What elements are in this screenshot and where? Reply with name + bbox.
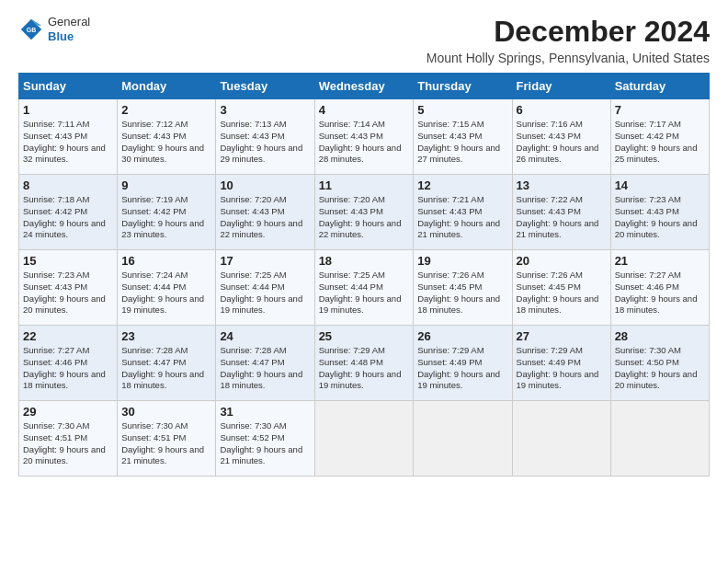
weekday-header: Sunday xyxy=(19,74,118,99)
day-detail: Sunrise: 7:30 AM Sunset: 4:51 PM Dayligh… xyxy=(23,420,113,467)
day-number: 22 xyxy=(23,329,113,343)
calendar-day-cell: 5 Sunrise: 7:15 AM Sunset: 4:43 PM Dayli… xyxy=(414,99,512,175)
day-detail: Sunrise: 7:22 AM Sunset: 4:43 PM Dayligh… xyxy=(517,194,607,241)
day-number: 15 xyxy=(23,254,113,268)
calendar-day-cell: 28 Sunrise: 7:30 AM Sunset: 4:50 PM Dayl… xyxy=(610,326,709,401)
calendar-day-cell: 19 Sunrise: 7:26 AM Sunset: 4:45 PM Dayl… xyxy=(414,250,512,326)
day-number: 25 xyxy=(319,329,410,343)
day-detail: Sunrise: 7:26 AM Sunset: 4:45 PM Dayligh… xyxy=(517,270,607,316)
weekday-header: Friday xyxy=(512,74,610,99)
calendar-day-cell: 2 Sunrise: 7:12 AM Sunset: 4:43 PM Dayli… xyxy=(118,99,216,175)
day-detail: Sunrise: 7:28 AM Sunset: 4:47 PM Dayligh… xyxy=(220,345,310,392)
calendar-day-cell: 8 Sunrise: 7:18 AM Sunset: 4:42 PM Dayli… xyxy=(19,175,118,250)
day-detail: Sunrise: 7:20 AM Sunset: 4:43 PM Dayligh… xyxy=(319,194,410,241)
day-detail: Sunrise: 7:30 AM Sunset: 4:51 PM Dayligh… xyxy=(121,420,211,467)
calendar-day-cell: 18 Sunrise: 7:25 AM Sunset: 4:44 PM Dayl… xyxy=(314,250,414,326)
calendar-day-cell: 16 Sunrise: 7:24 AM Sunset: 4:44 PM Dayl… xyxy=(118,250,216,326)
calendar-day-cell: 6 Sunrise: 7:16 AM Sunset: 4:43 PM Dayli… xyxy=(512,99,610,175)
calendar-day-cell: 13 Sunrise: 7:22 AM Sunset: 4:43 PM Dayl… xyxy=(512,175,610,250)
day-number: 27 xyxy=(517,329,607,343)
calendar-day-cell: 30 Sunrise: 7:30 AM Sunset: 4:51 PM Dayl… xyxy=(118,401,216,477)
calendar-day-cell: 12 Sunrise: 7:21 AM Sunset: 4:43 PM Dayl… xyxy=(414,175,512,250)
calendar-header-row: SundayMondayTuesdayWednesdayThursdayFrid… xyxy=(19,74,710,99)
calendar-day-cell: 11 Sunrise: 7:20 AM Sunset: 4:43 PM Dayl… xyxy=(314,175,414,250)
weekday-header: Monday xyxy=(118,74,216,99)
calendar-day-cell: 25 Sunrise: 7:29 AM Sunset: 4:48 PM Dayl… xyxy=(314,326,414,401)
calendar-week-row: 8 Sunrise: 7:18 AM Sunset: 4:42 PM Dayli… xyxy=(19,175,710,250)
day-number: 1 xyxy=(23,103,113,117)
logo-general-text: General xyxy=(48,15,90,29)
day-detail: Sunrise: 7:25 AM Sunset: 4:44 PM Dayligh… xyxy=(220,270,310,316)
subtitle: Mount Holly Springs, Pennsylvania, Unite… xyxy=(427,51,710,65)
calendar-day-cell: 15 Sunrise: 7:23 AM Sunset: 4:43 PM Dayl… xyxy=(19,250,118,326)
main-title: December 2024 xyxy=(427,15,710,49)
day-detail: Sunrise: 7:23 AM Sunset: 4:43 PM Dayligh… xyxy=(615,194,705,241)
day-number: 8 xyxy=(23,178,113,192)
day-number: 6 xyxy=(517,103,607,117)
day-detail: Sunrise: 7:20 AM Sunset: 4:43 PM Dayligh… xyxy=(220,194,310,241)
calendar-table: SundayMondayTuesdayWednesdayThursdayFrid… xyxy=(18,73,710,477)
calendar-day-cell: 9 Sunrise: 7:19 AM Sunset: 4:42 PM Dayli… xyxy=(118,175,216,250)
day-number: 2 xyxy=(121,103,211,117)
day-number: 12 xyxy=(417,178,507,192)
calendar-day-cell: 17 Sunrise: 7:25 AM Sunset: 4:44 PM Dayl… xyxy=(216,250,314,326)
day-number: 23 xyxy=(121,329,211,343)
calendar-week-row: 29 Sunrise: 7:30 AM Sunset: 4:51 PM Dayl… xyxy=(19,401,710,477)
day-detail: Sunrise: 7:28 AM Sunset: 4:47 PM Dayligh… xyxy=(121,345,211,392)
day-detail: Sunrise: 7:30 AM Sunset: 4:52 PM Dayligh… xyxy=(220,420,310,467)
calendar-week-row: 22 Sunrise: 7:27 AM Sunset: 4:46 PM Dayl… xyxy=(19,326,710,401)
calendar-day-cell: 14 Sunrise: 7:23 AM Sunset: 4:43 PM Dayl… xyxy=(610,175,709,250)
weekday-header: Thursday xyxy=(414,74,512,99)
day-number: 3 xyxy=(220,103,310,117)
weekday-header: Tuesday xyxy=(216,74,314,99)
day-number: 17 xyxy=(220,254,310,268)
day-detail: Sunrise: 7:27 AM Sunset: 4:46 PM Dayligh… xyxy=(23,345,113,392)
calendar-day-cell: 7 Sunrise: 7:17 AM Sunset: 4:42 PM Dayli… xyxy=(610,99,709,175)
calendar-day-cell: 21 Sunrise: 7:27 AM Sunset: 4:46 PM Dayl… xyxy=(610,250,709,326)
calendar-day-cell xyxy=(512,401,610,477)
calendar-week-row: 1 Sunrise: 7:11 AM Sunset: 4:43 PM Dayli… xyxy=(19,99,710,175)
calendar-day-cell: 24 Sunrise: 7:28 AM Sunset: 4:47 PM Dayl… xyxy=(216,326,314,401)
day-number: 16 xyxy=(121,254,211,268)
calendar-day-cell: 29 Sunrise: 7:30 AM Sunset: 4:51 PM Dayl… xyxy=(19,401,118,477)
day-detail: Sunrise: 7:29 AM Sunset: 4:48 PM Dayligh… xyxy=(319,345,410,392)
day-number: 21 xyxy=(615,254,705,268)
day-number: 4 xyxy=(319,103,410,117)
day-number: 14 xyxy=(615,178,705,192)
calendar-week-row: 15 Sunrise: 7:23 AM Sunset: 4:43 PM Dayl… xyxy=(19,250,710,326)
day-detail: Sunrise: 7:14 AM Sunset: 4:43 PM Dayligh… xyxy=(319,119,410,166)
day-number: 5 xyxy=(417,103,507,117)
day-number: 30 xyxy=(121,405,211,419)
day-number: 10 xyxy=(220,178,310,192)
calendar-day-cell: 3 Sunrise: 7:13 AM Sunset: 4:43 PM Dayli… xyxy=(216,99,314,175)
day-number: 18 xyxy=(319,254,410,268)
day-detail: Sunrise: 7:29 AM Sunset: 4:49 PM Dayligh… xyxy=(517,345,607,392)
calendar-day-cell: 10 Sunrise: 7:20 AM Sunset: 4:43 PM Dayl… xyxy=(216,175,314,250)
calendar-day-cell: 4 Sunrise: 7:14 AM Sunset: 4:43 PM Dayli… xyxy=(314,99,414,175)
day-detail: Sunrise: 7:16 AM Sunset: 4:43 PM Dayligh… xyxy=(517,119,607,166)
day-detail: Sunrise: 7:17 AM Sunset: 4:42 PM Dayligh… xyxy=(615,119,705,166)
day-number: 9 xyxy=(121,178,211,192)
day-detail: Sunrise: 7:19 AM Sunset: 4:42 PM Dayligh… xyxy=(121,194,211,241)
day-number: 13 xyxy=(517,178,607,192)
day-detail: Sunrise: 7:29 AM Sunset: 4:49 PM Dayligh… xyxy=(417,345,507,392)
day-detail: Sunrise: 7:30 AM Sunset: 4:50 PM Dayligh… xyxy=(615,345,705,392)
calendar-day-cell: 26 Sunrise: 7:29 AM Sunset: 4:49 PM Dayl… xyxy=(414,326,512,401)
day-number: 29 xyxy=(23,405,113,419)
svg-text:GB: GB xyxy=(27,26,37,32)
calendar-day-cell xyxy=(610,401,709,477)
day-detail: Sunrise: 7:15 AM Sunset: 4:43 PM Dayligh… xyxy=(417,119,507,166)
day-detail: Sunrise: 7:18 AM Sunset: 4:42 PM Dayligh… xyxy=(23,194,113,241)
weekday-header: Saturday xyxy=(610,74,709,99)
day-detail: Sunrise: 7:21 AM Sunset: 4:43 PM Dayligh… xyxy=(417,194,507,241)
day-number: 26 xyxy=(417,329,507,343)
day-detail: Sunrise: 7:26 AM Sunset: 4:45 PM Dayligh… xyxy=(417,270,507,316)
day-number: 28 xyxy=(615,329,705,343)
logo-icon: GB xyxy=(18,17,44,42)
day-detail: Sunrise: 7:23 AM Sunset: 4:43 PM Dayligh… xyxy=(23,270,113,316)
day-number: 20 xyxy=(517,254,607,268)
page-header: GB General Blue December 2024 Mount Holl… xyxy=(18,15,710,65)
day-number: 31 xyxy=(220,405,310,419)
calendar-day-cell: 27 Sunrise: 7:29 AM Sunset: 4:49 PM Dayl… xyxy=(512,326,610,401)
day-detail: Sunrise: 7:24 AM Sunset: 4:44 PM Dayligh… xyxy=(121,270,211,316)
